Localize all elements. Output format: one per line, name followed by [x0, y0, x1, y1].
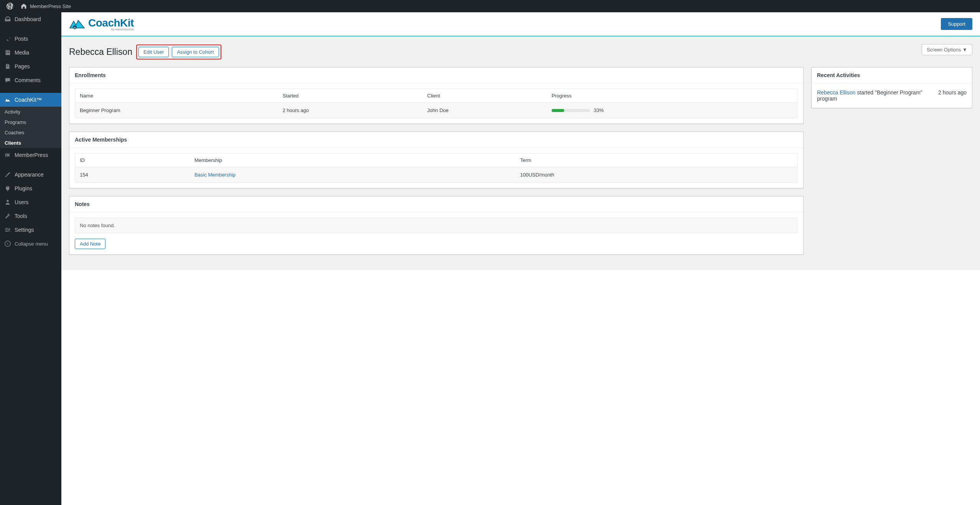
admin-bar: MemberPress Site: [0, 0, 980, 12]
cell-membership: Basic Membership: [190, 167, 516, 183]
menu-media[interactable]: Media: [0, 46, 61, 59]
progress-fill: [552, 109, 564, 112]
page-header: Rebecca Ellison Edit User Assign to Coho…: [69, 45, 972, 59]
memberships-card: Active Memberships ID Membership Term: [69, 132, 804, 188]
media-icon: [4, 49, 12, 56]
col-client: Client: [423, 89, 547, 103]
activity-time: 2 hours ago: [938, 89, 967, 102]
menu-coachkit[interactable]: CoachKit™: [0, 93, 61, 107]
svg-point-0: [7, 200, 8, 202]
user-icon: [4, 198, 12, 206]
svg-text:m: m: [74, 26, 76, 29]
pin-icon: [4, 35, 12, 43]
cell-name: Beginner Program: [75, 103, 278, 118]
notes-title: Notes: [69, 196, 803, 212]
activities-card: Recent Activities Rebecca Ellison starte…: [811, 67, 972, 108]
assign-cohort-button[interactable]: Assign to Cohort: [172, 47, 219, 57]
logo-text: CoachKit: [88, 17, 134, 29]
side-column: Recent Activities Rebecca Ellison starte…: [811, 67, 972, 116]
wp-logo[interactable]: [3, 0, 17, 12]
submenu-coaches[interactable]: Coaches: [0, 127, 61, 138]
submenu-clients[interactable]: Clients: [0, 138, 61, 148]
cell-term: 100USD/month: [516, 167, 797, 183]
wrench-icon: [4, 212, 12, 220]
menu-comments[interactable]: Comments: [0, 73, 61, 87]
collapse-icon: [4, 240, 12, 248]
cell-id: 154: [75, 167, 190, 183]
col-id: ID: [75, 153, 190, 167]
col-name: Name: [75, 89, 278, 103]
main-content: m CoachKit by memberpress Support Screen…: [61, 12, 980, 505]
logo-icon: m: [69, 18, 85, 30]
enrollments-title: Enrollments: [69, 68, 803, 83]
progress-bar: [552, 109, 590, 112]
home-icon: [20, 2, 28, 10]
menu-dashboard[interactable]: Dashboard: [0, 12, 61, 26]
notes-card: Notes No notes found. Add Note: [69, 196, 804, 255]
plug-icon: [4, 185, 12, 192]
menu-pages[interactable]: Pages: [0, 59, 61, 73]
menu-posts[interactable]: Posts: [0, 32, 61, 46]
activity-user-link[interactable]: Rebecca Ellison: [817, 89, 855, 96]
memberships-title: Active Memberships: [69, 132, 803, 148]
main-column: Enrollments Name Started Client Progress: [69, 67, 804, 262]
site-name: MemberPress Site: [30, 3, 71, 9]
header-bar: m CoachKit by memberpress Support: [61, 12, 980, 36]
menu-settings[interactable]: Settings: [0, 223, 61, 237]
admin-sidebar: Dashboard Posts Media Pages Comments Coa…: [0, 12, 61, 505]
cell-progress: 33%: [547, 103, 797, 118]
memberpress-icon: [4, 151, 12, 159]
menu-plugins[interactable]: Plugins: [0, 182, 61, 195]
submenu-programs[interactable]: Programs: [0, 117, 61, 127]
progress-label: 33%: [594, 107, 604, 113]
membership-link[interactable]: Basic Membership: [194, 172, 236, 178]
cell-started: 2 hours ago: [278, 103, 423, 118]
col-started: Started: [278, 89, 423, 103]
enrollments-card: Enrollments Name Started Client Progress: [69, 67, 804, 124]
col-membership: Membership: [190, 153, 516, 167]
menu-users[interactable]: Users: [0, 195, 61, 209]
table-row: 154 Basic Membership 100USD/month: [75, 167, 798, 183]
cell-client: John Doe: [423, 103, 547, 118]
menu-memberpress[interactable]: MemberPress: [0, 148, 61, 162]
support-button[interactable]: Support: [941, 18, 972, 30]
collapse-menu[interactable]: Collapse menu: [0, 237, 61, 251]
activities-title: Recent Activities: [812, 68, 972, 83]
dashboard-icon: [4, 15, 12, 23]
menu-tools[interactable]: Tools: [0, 209, 61, 223]
logo: m CoachKit by memberpress: [69, 17, 134, 31]
col-term: Term: [516, 153, 797, 167]
submenu-activity[interactable]: Activity: [0, 107, 61, 117]
comments-icon: [4, 76, 12, 84]
site-name-link[interactable]: MemberPress Site: [17, 0, 74, 12]
screen-options-toggle[interactable]: Screen Options ▼: [922, 44, 972, 55]
sliders-icon: [4, 226, 12, 234]
brush-icon: [4, 171, 12, 178]
activity-item: Rebecca Ellison started "Beginner Progra…: [817, 89, 967, 102]
add-note-button[interactable]: Add Note: [75, 239, 105, 249]
action-buttons-highlight: Edit User Assign to Cohort: [136, 45, 221, 59]
memberships-table: ID Membership Term 154 Basic Mem: [75, 153, 798, 183]
enrollments-table: Name Started Client Progress Beg: [75, 89, 798, 118]
mountains-icon: [4, 96, 12, 104]
notes-empty: No notes found.: [75, 218, 798, 233]
menu-appearance[interactable]: Appearance: [0, 168, 61, 182]
col-progress: Progress: [547, 89, 797, 103]
table-row: Beginner Program 2 hours ago John Doe: [75, 103, 798, 118]
page-title: Rebecca Ellison: [69, 47, 132, 57]
edit-user-button[interactable]: Edit User: [138, 47, 169, 57]
pages-icon: [4, 63, 12, 70]
wordpress-icon: [6, 2, 14, 10]
coachkit-submenu: Activity Programs Coaches Clients: [0, 107, 61, 148]
